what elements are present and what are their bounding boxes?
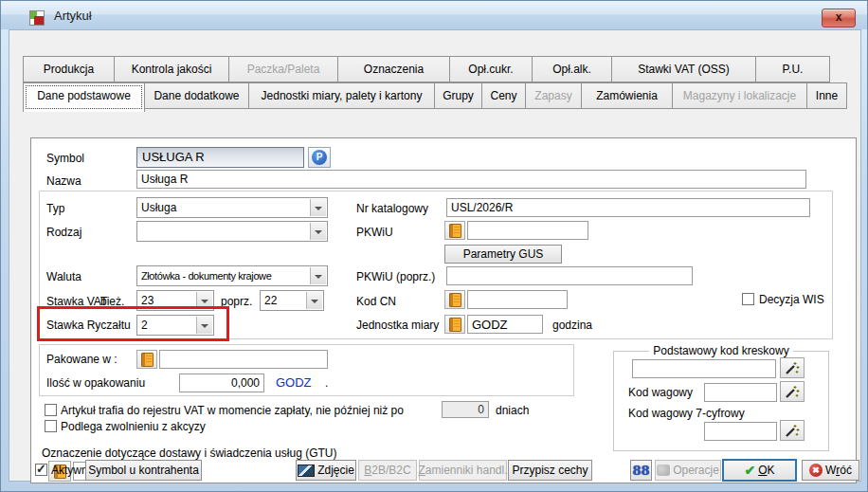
kod-cn-input[interactable]	[467, 290, 568, 309]
vat-poprz-dropdown[interactable]: 22	[260, 290, 324, 311]
zdjecie-button[interactable]: Zdjęcie	[296, 460, 356, 481]
binoculars-icon: 88	[632, 465, 649, 477]
find-button[interactable]: 88	[630, 460, 652, 481]
kod-wagowy7-label: Kod wagowy 7-cyfrowy	[628, 407, 745, 420]
tab-kontrola-jakosci[interactable]: Kontrola jakości	[115, 56, 229, 82]
titlebar[interactable]: Artykuł x	[1, 1, 868, 29]
tab-page-dane-podstawowe: Symbol USŁUGA R P Nazwa Typ Usługa Nr ka…	[30, 137, 857, 483]
numbering-p-icon: P	[312, 150, 327, 165]
ilosc-w-opakowaniu-input[interactable]	[179, 374, 264, 392]
book-icon	[449, 224, 461, 238]
dialog-body: Produkcja Kontrola jakości Paczka/Paleta…	[9, 29, 861, 482]
tab-grupy[interactable]: Grupy	[435, 82, 482, 109]
magic-wand-icon	[785, 360, 800, 375]
vat-moment-suffix: dniach	[496, 404, 529, 417]
symbol-u-kontrahenta-button[interactable]: Symbol u kontrahenta	[85, 460, 202, 481]
symbol-label: Symbol	[46, 152, 84, 165]
chevron-down-icon[interactable]	[310, 199, 326, 216]
typ-value: Usługa	[141, 201, 308, 214]
pkwiu-lookup-button[interactable]	[444, 221, 465, 240]
highlight-rectangle	[37, 306, 229, 341]
tab-inne[interactable]: Inne	[807, 82, 847, 109]
b2b-b2c-button: B2B/B2C	[358, 460, 417, 481]
tab-dane-dodatkowe[interactable]: Dane dodatkowe	[145, 82, 249, 109]
nazwa-input[interactable]	[136, 170, 806, 189]
pkwiu-poprz-label: PKWiU (poprz.)	[356, 270, 435, 283]
vat-biez-value: 23	[141, 294, 194, 307]
rodzaj-label: Rodzaj	[46, 226, 81, 239]
vat-poprz-value: 22	[264, 294, 304, 307]
kod-wagowy7-input[interactable]	[704, 422, 777, 441]
jednostka-miary-input[interactable]	[467, 315, 543, 334]
tab-opl-cukr[interactable]: Opł.cukr.	[450, 56, 533, 82]
kod-cn-label: Kod CN	[356, 295, 396, 308]
kod-wagowy7-generate-button[interactable]	[780, 420, 805, 441]
tab-pu[interactable]: P.U.	[756, 56, 830, 82]
aktywny-checkbox[interactable]	[35, 464, 47, 476]
close-button[interactable]: x	[822, 9, 856, 27]
artykul-dialog: Artykuł x Produkcja Kontrola jakości Pac…	[0, 0, 868, 492]
kod-cn-lookup-button[interactable]	[444, 290, 465, 309]
cancel-x-icon: ✖	[809, 464, 823, 477]
tab-produkcja[interactable]: Produkcja	[23, 56, 115, 82]
decyzja-wis-label: Decyzja WIS	[759, 293, 824, 306]
tabs-row-2: Dane podstawowe Dane dodatkowe Jednostki…	[23, 82, 847, 109]
operacje-label: Operacje	[673, 464, 719, 477]
tab-opl-alk[interactable]: Opł.alk.	[533, 56, 612, 82]
tab-dane-podstawowe[interactable]: Dane podstawowe	[23, 82, 145, 112]
magic-wand-icon	[785, 423, 800, 438]
ilosc-unit-label: GODZ	[276, 375, 312, 390]
tab-ceny[interactable]: Ceny	[482, 82, 526, 109]
magic-wand-icon	[785, 384, 800, 399]
app-icon	[29, 10, 45, 26]
photo-icon	[298, 465, 315, 477]
vat-moment-checkbox[interactable]	[45, 404, 57, 416]
typ-label: Typ	[46, 202, 64, 215]
nr-katalogowy-input[interactable]	[446, 198, 810, 217]
kod-wagowy-generate-button[interactable]	[780, 381, 805, 402]
pkwiu-input[interactable]	[467, 221, 588, 240]
tab-oznaczenia[interactable]: Oznaczenia	[338, 56, 450, 82]
nr-katalogowy-label: Nr katalogowy	[356, 202, 428, 215]
tab-magazyny: Magazyny i lokalizacje	[673, 82, 807, 109]
zdjecie-label: Zdjęcie	[317, 464, 354, 477]
kod-wagowy-input[interactable]	[704, 383, 777, 402]
ok-button[interactable]: ✔ OK	[722, 459, 797, 482]
przypisz-cechy-button[interactable]: Przypisz cechy	[508, 460, 592, 481]
typ-dropdown[interactable]: Usługa	[136, 197, 328, 218]
jednostka-miary-lookup-button[interactable]	[444, 315, 465, 334]
symbol-field[interactable]: USŁUGA R	[136, 147, 304, 168]
tab-zamowienia[interactable]: Zamówienia	[582, 82, 673, 109]
przypisz-cechy-label: Przypisz cechy	[512, 464, 588, 477]
pakowane-w-lookup-button[interactable]	[136, 350, 157, 369]
chevron-down-icon[interactable]	[306, 292, 322, 309]
tab-paczka-paleta: Paczka/Paleta	[229, 56, 338, 82]
window-title: Artykuł	[54, 9, 92, 23]
tab-jednostki-miary[interactable]: Jednostki miary, palety i kartony	[249, 82, 435, 109]
waluta-dropdown[interactable]: Złotówka - dokumenty krajowe	[136, 265, 328, 286]
wroc-button[interactable]: ✖ Wróć	[802, 460, 859, 481]
parametry-gus-button[interactable]: Parametry GUS	[444, 245, 562, 264]
kod-wagowy-label: Kod wagowy	[628, 386, 693, 399]
pkwiu-poprz-input[interactable]	[446, 266, 693, 285]
barcode-group-title: Podstawowy kod kreskowy	[614, 344, 828, 357]
chevron-down-icon[interactable]	[310, 267, 326, 284]
akcyza-checkbox[interactable]	[45, 420, 57, 432]
symbol-numbering-button[interactable]: P	[308, 147, 331, 168]
checkmark-icon: ✔	[744, 464, 755, 477]
pkwiu-label: PKWiU	[356, 226, 393, 239]
gtu-label: Oznaczenie dotyczące dostawy i świadczen…	[42, 446, 336, 460]
tab-zapasy: Zapasy	[526, 82, 582, 109]
decyzja-wis-checkbox[interactable]	[742, 293, 754, 305]
symbol-u-kontrahenta-label: Symbol u kontrahenta	[88, 464, 199, 477]
tab-stawki-vat-oss[interactable]: Stawki VAT (OSS)	[612, 56, 756, 82]
pakowane-w-input[interactable]	[159, 350, 328, 369]
nazwa-label: Nazwa	[46, 174, 81, 188]
operacje-button: Operacje	[655, 460, 721, 481]
chevron-down-icon[interactable]	[310, 223, 326, 240]
barcode-main-input[interactable]	[632, 359, 776, 378]
waluta-value: Złotówka - dokumenty krajowe	[141, 270, 308, 282]
barcode-generate-button[interactable]	[780, 357, 805, 378]
vat-moment-label: Artykuł trafia do rejestru VAT w momenci…	[61, 404, 404, 417]
rodzaj-dropdown[interactable]	[136, 221, 328, 242]
